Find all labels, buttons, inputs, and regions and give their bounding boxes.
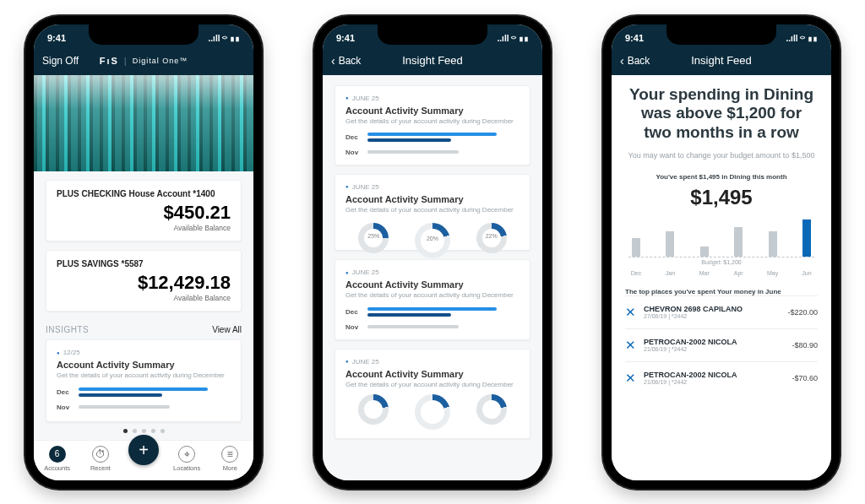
insight-card[interactable]: JUNE 25 Account Activity Summary Get the…	[335, 174, 530, 251]
bar-label: Nov	[345, 149, 362, 156]
insight-title: Account Activity Summary	[57, 360, 231, 370]
back-button[interactable]: ‹ Back	[620, 54, 650, 68]
insight-subline: You may want to change your budget amoun…	[627, 151, 816, 161]
account-sub: Available Balance	[57, 224, 231, 232]
spending-chart: Budget: $1,200 DecJanMarAprMayJun	[628, 219, 814, 276]
chart-month-label: Jan	[662, 270, 677, 276]
chart-month-label: Apr	[731, 270, 746, 276]
txn-meta: 21/06/19 | *2442	[644, 379, 792, 385]
insight-card[interactable]: JUNE 25 Account Activity Summary Get the…	[335, 259, 530, 339]
status-time: 9:41	[336, 33, 355, 43]
brand-name: FıS	[100, 56, 119, 66]
more-icon: ≡	[221, 446, 238, 463]
donut-value: 20%	[415, 236, 450, 241]
nav-bar: ‹ Back Insight Feed	[612, 50, 831, 75]
status-time: 9:41	[625, 33, 644, 43]
account-amount: $450.21	[57, 202, 231, 224]
plus-icon: +	[128, 435, 159, 465]
insight-date: JUNE 25	[345, 358, 520, 366]
txn-amount: -$220.00	[787, 308, 818, 317]
insight-sub: Get the details of your account activity…	[345, 117, 520, 126]
transaction-row[interactable]: ✕CHEVRON 2698 CAPILANO27/06/19 | *2442-$…	[625, 295, 818, 328]
account-sub: Available Balance	[57, 294, 231, 302]
status-icons: ..ıll ⌔ ▮▮	[498, 34, 529, 43]
txn-name: CHEVRON 2698 CAPILANO	[644, 305, 787, 313]
insight-title: Account Activity Summary	[345, 279, 520, 290]
transaction-row[interactable]: ✕PETROCAN-2002 NICOLA21/06/19 | *2442-$7…	[625, 361, 818, 394]
insights-heading: INSIGHTS	[46, 325, 89, 334]
dining-icon: ✕	[625, 338, 644, 353]
insight-date: JUNE 25	[345, 183, 520, 191]
sign-off-button[interactable]: Sign Off	[42, 55, 79, 67]
insight-date: JUNE 25	[345, 268, 520, 276]
insight-date: JUNE 25	[345, 95, 520, 102]
dining-icon: ✕	[625, 305, 644, 320]
tab-add[interactable]: +	[124, 450, 162, 467]
tab-accounts[interactable]: 6 Accounts	[38, 446, 76, 472]
insight-sub: Get the details of your account activity…	[345, 206, 520, 214]
bar-label: Dec	[345, 308, 362, 316]
tab-label: More	[223, 464, 237, 472]
pin-icon: ⌖	[178, 446, 195, 463]
view-all-link[interactable]: View All	[212, 325, 242, 334]
bar-label: Nov	[57, 404, 73, 411]
bar-label: Dec	[345, 133, 362, 141]
donut-value: 25%	[358, 233, 389, 239]
nav-bar: ‹ Back Insight Feed	[323, 50, 542, 75]
insight-title: Account Activity Summary	[345, 369, 520, 379]
dining-icon: ✕	[625, 371, 644, 386]
status-icons: ..ıll ⌔ ▮▮	[209, 34, 240, 43]
bar-label: Nov	[345, 323, 362, 331]
chart-month-label: Dec	[628, 270, 644, 276]
chart-month-label: Jun	[799, 270, 814, 276]
account-name: PLUS SAVINGS *5587	[57, 259, 231, 268]
donut-chart	[476, 394, 507, 425]
txn-amount: -$70.60	[792, 374, 818, 382]
account-card[interactable]: PLUS CHECKING House Account *1400 $450.2…	[46, 180, 242, 241]
txn-meta: 27/06/19 | *2442	[644, 313, 787, 319]
txn-name: PETROCAN-2002 NICOLA	[644, 338, 792, 346]
tab-label: Locations	[173, 464, 200, 472]
donut-chart	[358, 394, 389, 425]
txn-meta: 21/06/19 | *2442	[644, 346, 792, 352]
tab-label: Accounts	[44, 464, 70, 472]
budget-line-label: Budget: $1,200	[628, 257, 814, 265]
bar-label: Dec	[57, 388, 73, 396]
tab-label: Recent	[90, 464, 111, 472]
insight-card[interactable]: 12/25 Account Activity Summary Get the d…	[46, 339, 242, 421]
insight-card[interactable]: JUNE 25 Account Activity Summary Get the…	[335, 85, 530, 165]
insight-title: Account Activity Summary	[345, 194, 520, 204]
insight-card[interactable]: JUNE 25 Account Activity Summary Get the…	[335, 349, 530, 439]
account-card[interactable]: PLUS SAVINGS *5587 $12,429.18 Available …	[46, 250, 242, 312]
donut-value: 22%	[476, 233, 507, 239]
tab-more[interactable]: ≡ More	[211, 446, 249, 472]
clock-icon: ⏱	[92, 446, 109, 463]
tab-locations[interactable]: ⌖ Locations	[168, 446, 206, 472]
back-button[interactable]: ‹ Back	[331, 54, 361, 68]
account-amount: $12,429.18	[57, 272, 231, 294]
app-header: Sign Off FıS | Digital One™	[34, 50, 253, 75]
status-time: 9:41	[47, 33, 66, 43]
donut-chart	[415, 394, 450, 430]
tab-recent[interactable]: ⏱ Recent	[81, 446, 119, 472]
txn-name: PETROCAN-2002 NICOLA	[644, 371, 792, 379]
transaction-row[interactable]: ✕PETROCAN-2002 NICOLA21/06/19 | *2442-$8…	[625, 328, 818, 361]
status-icons: ..ıll ⌔ ▮▮	[786, 34, 818, 43]
insight-headline: Your spending in Dining was above $1,200…	[625, 85, 818, 143]
insight-date: 12/25	[57, 349, 231, 356]
txn-amount: -$80.90	[792, 341, 818, 350]
accounts-icon: 6	[49, 446, 66, 463]
chart-month-label: Mar	[697, 270, 712, 276]
chart-month-label: May	[765, 270, 781, 276]
insight-title: Account Activity Summary	[345, 106, 520, 116]
top-places-heading: The top places you've spent Your money i…	[625, 288, 818, 295]
hero-image	[34, 75, 253, 172]
insight-sub: Get the details of your account activity…	[345, 381, 520, 389]
brand-sub: Digital One™	[133, 57, 188, 65]
page-indicator	[34, 429, 253, 433]
account-name: PLUS CHECKING House Account *1400	[57, 189, 231, 198]
tab-bar: 6 Accounts ⏱ Recent + ⌖ Locations ≡ More	[34, 440, 253, 480]
insight-sub: Get the details of your account activity…	[57, 371, 231, 380]
insight-sub: Get the details of your account activity…	[345, 291, 520, 300]
spent-label: You've spent $1,495 in Dining this month	[612, 173, 831, 181]
